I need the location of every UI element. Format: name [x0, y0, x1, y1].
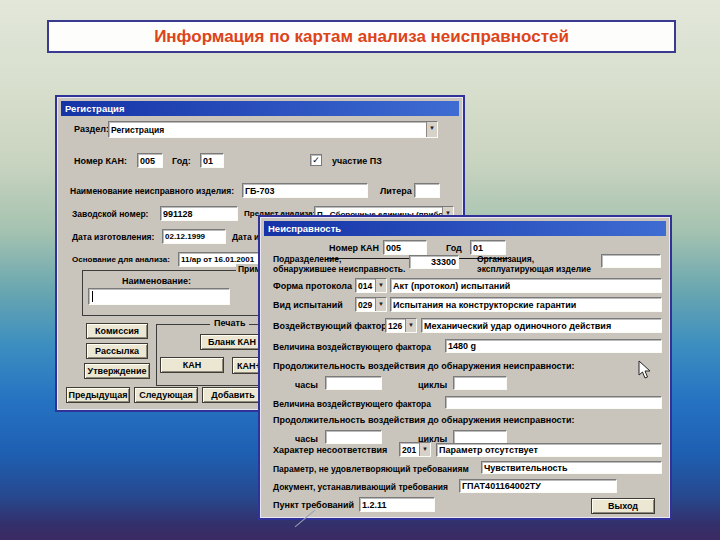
zavod-nomer-label: Заводской номер:: [72, 209, 148, 219]
dropdown-arrow-icon[interactable]: ▼: [419, 443, 430, 456]
dokument-label: Документ, устанавливающий требования: [273, 482, 448, 492]
fault-nomer-kan-input[interactable]: [383, 240, 427, 255]
razdel-value: Регистрация: [109, 125, 426, 135]
organizaciya-label-2: эксплуатирующая изделие: [477, 264, 591, 274]
harakter-code: 201: [400, 445, 419, 455]
podrazdelenie-label-2: обнаружившее неисправность.: [273, 264, 405, 274]
vid-ispytaniy-label: Вид испытаний: [273, 300, 343, 310]
faktor-input[interactable]: [421, 318, 662, 333]
exit-button[interactable]: Выход: [591, 498, 655, 514]
duration1-chasy-input[interactable]: [325, 376, 382, 390]
podrazdelenie-input[interactable]: [409, 255, 459, 269]
punkt-label: Пункт требований: [273, 500, 354, 510]
harakter-code-combobox[interactable]: 201 ▼: [399, 442, 431, 457]
vid-ispytaniy-code: 029: [356, 300, 375, 310]
page-title: Информация по картам анализа неисправнос…: [154, 27, 569, 46]
fault-window: Неисправность Номер КАН Год Подразделени…: [258, 215, 672, 520]
harakter-label: Характер несоответствия: [273, 445, 387, 455]
harakter-input[interactable]: [436, 443, 662, 457]
dropdown-arrow-icon[interactable]: ▼: [426, 122, 437, 137]
naimenovanie-input[interactable]: [88, 288, 230, 305]
text-caret: [92, 291, 93, 302]
duration2-cikly-input[interactable]: [453, 430, 507, 444]
forma-protokola-input[interactable]: [390, 278, 662, 293]
duration1-chasy-label: часы: [295, 380, 318, 390]
data-izgotovleniya-input[interactable]: [162, 229, 226, 244]
parametr-input[interactable]: [481, 461, 662, 474]
razdel-label: Раздел:: [74, 124, 109, 134]
uchastie-pz-checkbox[interactable]: ✓: [310, 154, 322, 166]
vid-ispytaniy-input[interactable]: [390, 297, 662, 312]
data-cut-label: Дата и: [232, 232, 259, 242]
parametr-label: Параметр, не удовлетворяющий требованиям: [273, 464, 469, 474]
dropdown-arrow-icon[interactable]: ▼: [375, 279, 386, 292]
fault-title: Неисправность: [268, 223, 341, 234]
nomer-kan-label: Номер КАН:: [74, 156, 127, 166]
rassylka-button[interactable]: Рассылка: [86, 343, 148, 359]
blank-kan-button[interactable]: Бланк КАН: [200, 334, 264, 350]
fault-titlebar[interactable]: Неисправность: [264, 221, 666, 236]
velichina2-input[interactable]: [445, 396, 662, 409]
forma-protokola-label: Форма протокола: [273, 281, 352, 291]
god-input[interactable]: [200, 153, 224, 168]
fault-client: Номер КАН Год Подразделение, обнаруживше…: [263, 238, 667, 515]
kan-button[interactable]: КАН: [160, 357, 224, 373]
god-label: Год:: [172, 156, 191, 166]
page-title-banner: Информация по картам анализа неисправнос…: [47, 20, 676, 53]
dropdown-arrow-icon[interactable]: ▼: [405, 319, 416, 332]
punkt-input[interactable]: [359, 497, 435, 512]
duration1-cikly-input[interactable]: [453, 376, 507, 390]
faktor-label: Воздействующий фактор: [273, 321, 387, 331]
registration-titlebar[interactable]: Регистрация: [61, 101, 459, 116]
litera-label: Литера: [380, 186, 412, 196]
prev-button[interactable]: Предыдущая: [66, 387, 130, 403]
izdelie-label: Наименование неисправного изделия:: [70, 186, 234, 196]
fault-god-label: Год: [446, 243, 462, 253]
utverzhdenie-button[interactable]: Утверждение: [84, 363, 150, 379]
velichina2-label: Величина воздействующего фактора: [273, 399, 431, 409]
duration2-label: Продолжительность воздействия до обнаруж…: [273, 415, 575, 425]
komissiya-button[interactable]: Комиссия: [86, 323, 148, 339]
duration2-chasy-input[interactable]: [325, 430, 382, 444]
faktor-code-combobox[interactable]: 126 ▼: [385, 318, 417, 333]
uchastie-pz-label: участие ПЗ: [332, 156, 382, 166]
izdelie-input[interactable]: [242, 183, 368, 198]
duration2-chasy-label: часы: [295, 434, 318, 444]
next-button[interactable]: Следующая: [134, 387, 198, 403]
dokument-input[interactable]: [459, 479, 617, 493]
pechat-group-title: Печать: [210, 318, 249, 328]
forma-protokola-code: 014: [356, 281, 375, 291]
forma-protokola-code-combobox[interactable]: 014 ▼: [355, 278, 387, 293]
nomer-kan-input[interactable]: [137, 153, 163, 168]
checkmark-icon: ✓: [312, 155, 320, 165]
fault-god-input[interactable]: [470, 240, 506, 255]
vid-ispytaniy-code-combobox[interactable]: 029 ▼: [355, 297, 387, 312]
osnovanie-label: Основание для анализа:: [72, 255, 170, 264]
zavod-nomer-input[interactable]: [160, 206, 238, 221]
mouse-cursor-icon: [638, 360, 652, 380]
data-izgotovleniya-label: Дата изготовления:: [72, 232, 154, 242]
organizaciya-input[interactable]: [601, 254, 661, 268]
velichina1-label: Величина воздействующего фактора: [273, 342, 431, 352]
dropdown-arrow-icon[interactable]: ▼: [375, 298, 386, 311]
add-button[interactable]: Добавить: [202, 387, 264, 403]
duration1-cikly-label: циклы: [418, 380, 447, 390]
duration1-label: Продолжительность воздействия до обнаруж…: [273, 361, 575, 371]
faktor-code: 126: [386, 321, 405, 331]
organizaciya-label-1: Организация,: [477, 254, 534, 264]
podrazdelenie-label-1: Подразделение,: [273, 254, 341, 264]
litera-input[interactable]: [414, 183, 440, 198]
registration-title: Регистрация: [65, 103, 124, 114]
naimenovanie-label: Наименование:: [122, 276, 191, 286]
velichina1-input[interactable]: [445, 339, 662, 353]
fault-nomer-kan-label: Номер КАН: [329, 243, 379, 253]
razdel-combobox[interactable]: Регистрация ▼: [108, 121, 438, 138]
